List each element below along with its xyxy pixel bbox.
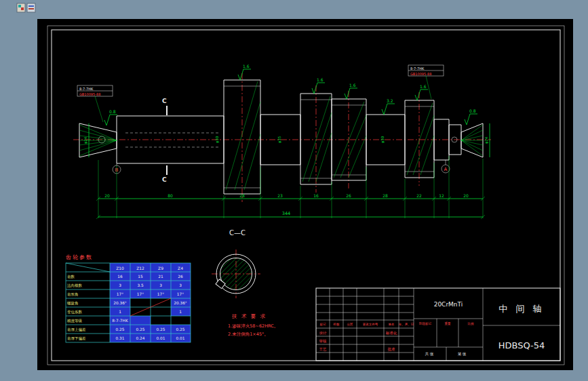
dim-chain-label: 20 — [463, 193, 469, 198]
role-approve: 批准 — [388, 347, 396, 352]
stage-mark-label: 阶段标记 — [419, 321, 432, 326]
table-header-3: Z9 — [158, 266, 163, 270]
dim-chain-label: 12 — [439, 193, 444, 198]
dim-chain-label: 28 — [383, 193, 388, 198]
rev-col-count: 处数 — [334, 322, 340, 326]
table-header-4: Z4 — [178, 266, 183, 270]
cad-application-window: C C B A 8-7-7HK GB10095-88 8-7-7HK GB100… — [0, 0, 588, 381]
tech-req-line-1: 1.渗碳淬火58~62HRC。 — [228, 323, 278, 329]
tech-req-line-2: 2.未注倒角1×45°。 — [228, 332, 269, 337]
role-check: 审核 — [319, 339, 328, 343]
diameter-label: φ30 — [215, 136, 220, 143]
diameter-label: φ30 — [380, 136, 385, 143]
table-cell: 0.31 — [116, 336, 125, 340]
table-cell: 8-7-7HK — [112, 319, 128, 323]
table-cell: 21 — [158, 275, 163, 279]
table-cell: 20.36° — [113, 301, 127, 305]
table-header-1: Z10 — [116, 266, 124, 270]
dim-chain-label: 28 — [239, 193, 245, 198]
table-row-label: 变位系数 — [67, 310, 83, 315]
weight-label: 重量 — [445, 321, 452, 325]
rev-col-zone: 分区 — [347, 322, 354, 326]
table-cell: 0.01 — [157, 336, 165, 340]
desktop-icon-app[interactable] — [17, 3, 25, 12]
rev-col-date: 年、月、日 — [399, 323, 414, 326]
table-cell: 0.25 — [176, 327, 185, 332]
table-row-label: 精度等级 — [67, 319, 83, 323]
table-row-label: 螺旋角 — [67, 301, 79, 306]
desktop-icon-file[interactable] — [27, 3, 35, 12]
section-view-label: C—C — [229, 229, 246, 237]
part-name: 中 间 轴 — [498, 304, 544, 314]
table-row-label: 法向模数 — [67, 283, 83, 288]
dim-chain-label: 26 — [346, 193, 351, 198]
table-cell: 17° — [157, 292, 164, 296]
roughness-value: 0.8 — [469, 108, 476, 113]
table-row-label: 齿厚上偏差 — [67, 327, 86, 332]
note-line1: 8-7-7HK — [79, 87, 94, 91]
table-cell: 0.25 — [116, 327, 125, 332]
dim-chain-label: 80 — [168, 193, 173, 198]
table-cell: 1 — [179, 310, 182, 314]
table-row-label: 齿数 — [67, 275, 75, 279]
dim-chain-label: 22 — [416, 193, 422, 198]
table-cell: 0.01 — [176, 336, 185, 340]
table-cell: 15 — [138, 275, 143, 279]
material-label: 20CrMnTi — [434, 301, 463, 308]
cad-viewport: C C B A 8-7-7HK GB10095-88 8-7-7HK GB100… — [0, 0, 588, 381]
role-process: 工艺 — [319, 347, 328, 351]
drawing-number: HDBSQ-54 — [498, 340, 545, 350]
table-cell: 1 — [119, 310, 121, 314]
rev-col-mark: 标记 — [319, 322, 327, 327]
table-cell: 26 — [178, 275, 183, 279]
diameter-label: φ35 — [277, 136, 282, 143]
sheet-number: 第 张 — [458, 352, 467, 357]
role-design: 设计 — [319, 331, 328, 335]
roughness-value: 1.6 — [243, 64, 250, 68]
roughness-value: 3.2 — [387, 98, 393, 103]
sheet-total: 共 张 — [425, 352, 434, 357]
note-line1: 8-7-7HK — [410, 66, 425, 71]
table-cell: 17° — [137, 292, 144, 296]
section-cut-letter-top: C — [162, 98, 167, 104]
note-line2: GB10095-88 — [410, 72, 431, 76]
section-hatched-circle — [220, 258, 252, 290]
rev-col-sign: 签名 — [389, 323, 395, 326]
roughness-value: 1.6 — [349, 83, 356, 87]
dim-chain-label: 23 — [277, 193, 283, 198]
note-line2: GB10095-88 — [79, 92, 100, 96]
dim-total-label: 344 — [282, 211, 290, 216]
roughness-value: 1.6 — [317, 77, 324, 82]
role-standard: 标准化 — [385, 331, 397, 336]
roughness-value: 0.8 — [109, 109, 116, 114]
table-cell: 17° — [117, 292, 123, 296]
section-cut-letter-bottom: C — [162, 176, 167, 183]
table-cell: 3 — [119, 283, 121, 287]
dim-chain-label: 16 — [313, 193, 319, 198]
table-cell: 3.5 — [137, 283, 144, 287]
table-cell: 0.25 — [136, 327, 145, 332]
rev-col-docno: 更改文件号 — [363, 322, 378, 326]
table-cell: 0.25 — [157, 327, 165, 332]
table-cell: 16 — [117, 275, 123, 279]
table-cell: 3 — [159, 283, 162, 287]
diameter-label: φ24 — [484, 136, 489, 144]
table-header-2: Z12 — [136, 266, 144, 270]
table-cell: 20.36° — [174, 301, 187, 305]
datum-letter-right: A — [444, 167, 448, 172]
table-cell: 0.24 — [136, 336, 145, 340]
roughness-value: 1.6 — [420, 84, 427, 89]
table-cell: 3 — [179, 283, 182, 287]
table-cell: 17° — [177, 292, 184, 296]
table-row-label: 齿厚下偏差 — [67, 336, 86, 341]
tech-req-title: 技 术 要 求 — [231, 313, 267, 319]
diameter-label: φ24 — [83, 136, 88, 144]
table-row-label: 齿形角 — [67, 292, 79, 296]
gear-table-title: 齿轮参数 — [66, 254, 93, 260]
dim-chain-label: 20 — [104, 193, 110, 198]
